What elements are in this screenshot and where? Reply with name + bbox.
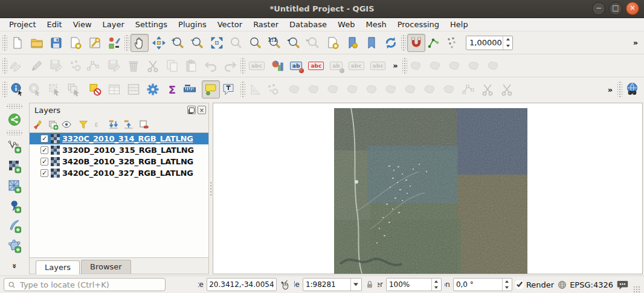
collapse-all-button[interactable] [121,117,136,132]
new-print-layout-button[interactable] [66,34,85,52]
add-ellipse-button[interactable] [447,57,465,75]
field-calculator-button[interactable] [124,80,143,98]
menu-settings[interactable]: Settings [130,19,173,30]
menu-database[interactable]: Database [284,19,332,30]
panel-close-button[interactable]: × [198,106,206,114]
add-ring-button[interactable] [324,80,342,98]
add-circle-button[interactable] [428,57,446,75]
snapping-type-button[interactable] [427,34,445,52]
bookmark-manager-button[interactable] [362,34,381,52]
maximize-button[interactable]: □ [609,2,622,15]
snapping-tolerance-spinbox[interactable]: 1,00000 [465,34,514,52]
simplify-feature-button[interactable] [304,80,323,98]
modify-attributes-button[interactable] [105,57,123,75]
menu-help[interactable]: Help [445,19,474,30]
change-label-button[interactable]: abc [368,57,388,75]
metasearch-button[interactable] [623,80,642,98]
refresh-map-button[interactable] [382,34,400,52]
toolbar-overflow-button[interactable]: » [630,34,642,52]
add-delimited-text-layer-button[interactable] [5,197,24,215]
undo-button[interactable] [202,57,220,75]
layer-row[interactable]: ✓3420B_2010_328_RGB_LATLNG [30,156,208,167]
zoom-native-button[interactable]: 1:1 [266,34,284,52]
zoom-next-button[interactable]: ▸ [304,34,323,52]
layer-checkbox[interactable]: ✓ [40,146,48,154]
scale-combo[interactable]: 1:98281 [303,278,362,291]
toggle-editing-button[interactable] [28,57,46,75]
deselect-all-button[interactable] [86,80,104,98]
expand-all-button[interactable] [106,117,121,132]
reshape-features-button[interactable] [420,80,439,98]
zoom-to-selection-button[interactable] [227,34,245,52]
measure-button[interactable] [182,80,201,98]
locator-input[interactable] [19,280,161,290]
redo-button[interactable] [221,57,239,75]
circular-string-button[interactable] [408,57,427,75]
layer-checkbox[interactable]: ✓ [40,135,48,143]
menu-edit[interactable]: Edit [41,19,67,30]
remove-layer-button[interactable] [137,117,151,132]
layer-row[interactable]: ✓3320D_2010_315_RGB_LATLNG [30,144,208,156]
delete-ring-button[interactable] [382,80,400,98]
minimize-button[interactable]: − [592,2,605,15]
layer-diagram-button[interactable] [268,57,286,75]
add-rectangle-button[interactable] [466,57,485,75]
layer-row[interactable]: ✓3320C_2010_314_RGB_LATLNG [30,133,208,144]
magnifier-spinbox[interactable]: 100% [386,278,442,291]
delete-selected-button[interactable] [124,57,143,75]
zoom-to-layer-button[interactable] [246,34,265,52]
menu-plugins[interactable]: Plugins [173,19,212,30]
crs-status[interactable]: EPSG:4326 [557,280,613,290]
trim-extend-button[interactable] [459,80,477,98]
select-features-button[interactable] [47,80,65,98]
pin-labels-button[interactable]: ab [288,57,305,75]
menu-web[interactable]: Web [332,19,360,30]
vertex-tool-button[interactable] [86,57,104,75]
add-group-button[interactable] [46,117,60,132]
rotation-spinbox[interactable]: 0,0 ° [453,278,512,291]
cad-tools-button[interactable] [246,80,265,98]
title-bar[interactable]: *Untitled Project - QGIS −□× [0,0,644,18]
add-part-button[interactable] [343,80,361,98]
zoom-in-button[interactable]: + [169,34,187,52]
spin-arrows[interactable] [503,36,512,50]
menu-layer[interactable]: Layer [97,19,130,30]
pan-to-selection-button[interactable] [150,34,168,52]
delete-part-button[interactable] [401,80,419,98]
map-tips-button[interactable] [202,80,220,98]
toolbar-overflow-button[interactable]: » [389,57,401,75]
snapping-toggle-button[interactable] [407,34,425,52]
render-toggle[interactable]: Render [515,280,554,289]
coordinate-box[interactable] [207,278,277,291]
menu-vector[interactable]: Vector [212,19,248,30]
toolbar-overflow-button[interactable]: » [604,80,616,98]
split-parts-button[interactable] [498,80,516,98]
zoom-last-button[interactable]: ◂ [285,34,303,52]
menu-project[interactable]: Project [4,19,41,30]
show-hide-labels-button[interactable]: abc [346,57,367,75]
layer-row[interactable]: ✓3420C_2010_327_RGB_LATLNG [30,167,208,179]
toolbar-overflow-down-button[interactable]: » [8,257,21,275]
save-edits-button[interactable] [47,57,65,75]
lock-scale-icon[interactable] [365,280,375,289]
paste-features-button[interactable] [182,57,201,75]
split-features-button[interactable] [478,80,497,98]
layer-checkbox[interactable]: ✓ [40,169,48,177]
show-bookmarks-button[interactable] [343,34,361,52]
map-canvas[interactable] [213,103,643,274]
attribute-table-button[interactable] [105,80,123,98]
panel-float-button[interactable] [187,106,196,114]
processing-toolbox-button[interactable] [144,80,162,98]
current-edits-button[interactable] [8,57,27,75]
new-bookmark-button[interactable] [324,34,342,52]
coordinate-input[interactable] [207,280,276,289]
messages-button[interactable] [616,279,629,291]
render-checkbox[interactable] [515,280,524,289]
rotate-feature-button[interactable] [285,80,303,98]
statistical-summary-button[interactable]: Σ [163,80,181,98]
highlight-labels-button[interactable]: abc [306,57,326,75]
tab-layers[interactable]: Layers [36,260,80,274]
move-feature-button[interactable] [266,80,284,98]
fill-ring-button[interactable] [362,80,381,98]
text-annotation-button[interactable] [221,80,239,98]
